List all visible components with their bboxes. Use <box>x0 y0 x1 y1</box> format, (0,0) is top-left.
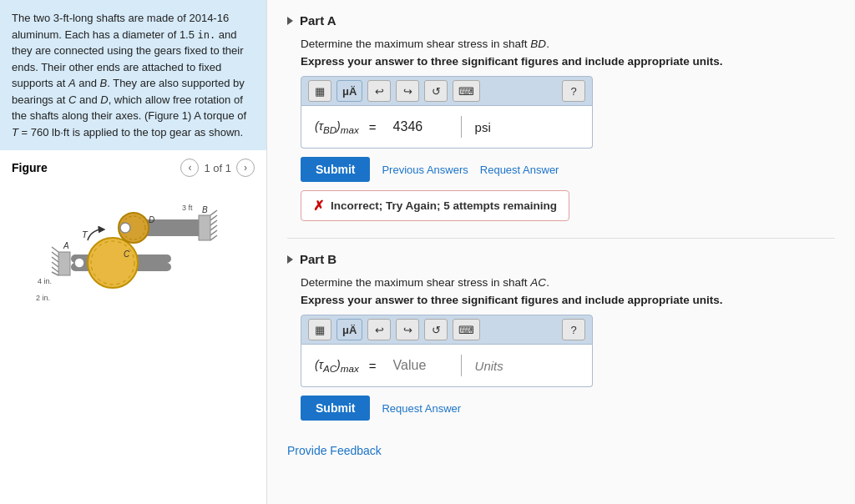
matrix-button-b[interactable]: ▦ <box>308 319 331 340</box>
keyboard-icon-a: ⌨ <box>458 85 474 98</box>
figure-nav-label: 1 of 1 <box>204 162 231 174</box>
mu-button-b[interactable]: μÄ <box>336 319 362 340</box>
problem-description: The two 3-ft-long shafts are made of 201… <box>0 0 266 150</box>
part-a-feedback-banner: ✗ Incorrect; Try Again; 5 attempts remai… <box>301 190 569 221</box>
redo-icon-a: ↪ <box>403 85 412 98</box>
undo-icon-b: ↩ <box>375 324 384 336</box>
part-a-label: Part A <box>300 13 336 28</box>
left-panel: The two 3-ft-long shafts are made of 201… <box>0 0 267 504</box>
help-button-b[interactable]: ? <box>562 319 585 340</box>
part-b-value-input[interactable] <box>387 355 462 376</box>
part-b-header: Part B <box>287 252 835 266</box>
part-a-submit-button[interactable]: Submit <box>301 157 370 182</box>
part-b-action-row: Submit Request Answer <box>301 396 835 421</box>
part-b-formula-label: (τAC)max <box>315 358 359 374</box>
matrix-button-a[interactable]: ▦ <box>308 80 331 102</box>
keyboard-icon-b: ⌨ <box>458 324 474 336</box>
redo-icon-b: ↪ <box>403 324 412 336</box>
part-b-instruction: Express your answer to three significant… <box>301 294 835 306</box>
refresh-icon-a: ↺ <box>432 85 441 98</box>
part-a-value-input[interactable] <box>387 116 462 138</box>
part-b-description: Determine the maximum shear stress in sh… <box>301 276 835 289</box>
part-b-label: Part B <box>300 252 336 266</box>
part-a-formula-label: (τBD)max <box>315 119 359 135</box>
figure-header: Figure ‹ 1 of 1 › <box>12 159 255 177</box>
part-b-section: Part B Determine the maximum shear stres… <box>287 252 835 421</box>
part-b-collapse-toggle[interactable] <box>287 255 293 264</box>
mu-button-a[interactable]: μÄ <box>336 80 362 102</box>
provide-feedback-link[interactable]: Provide Feedback <box>287 444 382 457</box>
svg-text:B: B <box>202 205 208 214</box>
figure-prev-button[interactable]: ‹ <box>180 159 199 177</box>
part-b-submit-button[interactable]: Submit <box>301 396 370 421</box>
figure-next-button[interactable]: › <box>236 159 255 177</box>
footer: Provide Feedback <box>287 437 835 457</box>
part-a-answer-box: (τBD)max = <box>301 106 593 149</box>
part-a-toolbar: ▦ μÄ ↩ ↪ ↺ ⌨ ? <box>301 76 593 106</box>
svg-text:A: A <box>63 241 69 250</box>
undo-button-b[interactable]: ↩ <box>367 319 391 340</box>
part-a-prev-answers-link[interactable]: Previous Answers <box>382 164 468 176</box>
svg-rect-5 <box>199 215 210 240</box>
matrix-icon-b: ▦ <box>315 324 325 336</box>
part-b-request-answer-link[interactable]: Request Answer <box>382 402 461 415</box>
part-b-units-input[interactable] <box>468 355 535 376</box>
figure-image: T A B C D 4 in. 2 in. 3 ft <box>33 184 234 300</box>
svg-text:D: D <box>149 215 154 224</box>
undo-icon-a: ↩ <box>375 85 384 98</box>
part-a-feedback-text: Incorrect; Try Again; 5 attempts remaini… <box>331 199 557 212</box>
keyboard-button-a[interactable]: ⌨ <box>453 80 480 102</box>
part-b-toolbar: ▦ μÄ ↩ ↪ ↺ ⌨ ? <box>301 315 593 345</box>
matrix-icon-a: ▦ <box>315 85 325 98</box>
problem-text-content: The two 3-ft-long shafts are made of 201… <box>12 12 246 139</box>
svg-text:4 in.: 4 in. <box>38 277 52 285</box>
undo-button-a[interactable]: ↩ <box>367 80 391 102</box>
part-b-answer-box: (τAC)max = <box>301 345 593 387</box>
figure-title: Figure <box>12 161 48 174</box>
part-a-collapse-toggle[interactable] <box>287 17 293 25</box>
figure-area: Figure ‹ 1 of 1 › <box>0 150 266 504</box>
svg-text:C: C <box>124 249 130 259</box>
right-panel: Part A Determine the maximum shear stres… <box>267 0 855 504</box>
help-icon-a: ? <box>570 85 576 98</box>
refresh-button-a[interactable]: ↺ <box>424 80 448 102</box>
incorrect-icon-a: ✗ <box>313 198 324 214</box>
svg-text:2 in.: 2 in. <box>36 294 50 302</box>
part-a-section: Part A Determine the maximum shear stres… <box>287 13 835 221</box>
part-a-description: Determine the maximum shear stress in sh… <box>301 38 835 50</box>
svg-text:3 ft: 3 ft <box>182 204 193 212</box>
part-a-equals: = <box>369 120 377 134</box>
refresh-icon-b: ↺ <box>432 324 441 336</box>
redo-button-a[interactable]: ↪ <box>396 80 419 102</box>
svg-point-31 <box>120 223 130 233</box>
keyboard-button-b[interactable]: ⌨ <box>453 319 480 340</box>
mu-icon-a: μÄ <box>342 85 357 98</box>
part-b-body: Determine the maximum shear stress in sh… <box>301 276 835 421</box>
part-a-request-answer-link[interactable]: Request Answer <box>480 164 559 176</box>
svg-point-19 <box>88 238 138 288</box>
help-icon-b: ? <box>570 324 576 336</box>
part-divider <box>287 238 835 239</box>
svg-rect-12 <box>58 252 70 275</box>
part-a-action-row: Submit Previous Answers Request Answer <box>301 157 835 182</box>
help-button-a[interactable]: ? <box>562 80 585 102</box>
part-a-instruction: Express your answer to three significant… <box>301 55 835 68</box>
redo-button-b[interactable]: ↪ <box>396 319 419 340</box>
svg-point-32 <box>74 258 84 268</box>
part-a-body: Determine the maximum shear stress in sh… <box>301 38 835 221</box>
part-a-header: Part A <box>287 13 835 28</box>
part-b-equals: = <box>369 359 377 373</box>
figure-svg: T A B C D 4 in. 2 in. 3 ft <box>33 184 234 313</box>
refresh-button-b[interactable]: ↺ <box>424 319 448 340</box>
figure-navigation: ‹ 1 of 1 › <box>180 159 255 177</box>
part-a-units-input[interactable] <box>468 117 535 138</box>
mu-icon-b: μÄ <box>342 324 357 336</box>
